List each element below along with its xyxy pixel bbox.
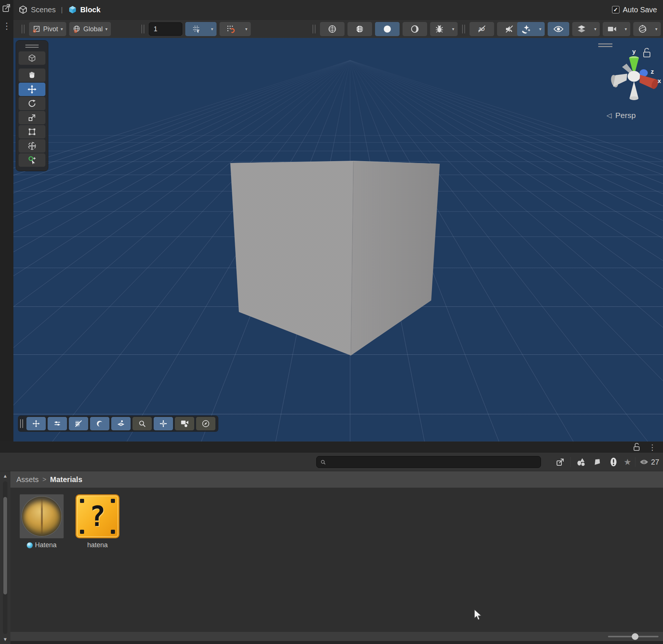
gizmo-handles-toggle[interactable] — [26, 417, 46, 430]
thumbnail-size-slider[interactable] — [608, 636, 659, 637]
pivot-dropdown-arrow-icon[interactable]: ▾ — [61, 26, 63, 32]
asset-item-hatena-texture[interactable]: ? hatena — [75, 494, 120, 549]
move-tool-button[interactable] — [19, 83, 45, 96]
texture-preview-thumbnail[interactable]: ? — [76, 494, 119, 538]
snap-group-drag-handle[interactable] — [141, 25, 144, 34]
transform-tool-button[interactable] — [19, 139, 45, 153]
scene-visibility-button[interactable] — [548, 22, 569, 36]
gizmos-menu-button[interactable]: ▾ — [633, 22, 661, 36]
filter-by-label-icon[interactable] — [591, 456, 603, 468]
tab-separator: | — [61, 6, 63, 14]
tab-scenes[interactable]: Scenes — [19, 5, 56, 14]
scene-viewport[interactable]: y — [13, 38, 663, 441]
grid-snapping-button[interactable]: Y ▾ — [185, 22, 217, 36]
breadcrumb-materials[interactable]: Materials — [50, 475, 83, 484]
project-search-field[interactable] — [316, 456, 541, 468]
orientation-gizmo[interactable]: y — [574, 38, 663, 125]
layers-icon[interactable] — [572, 22, 591, 36]
filter-by-type-icon[interactable] — [574, 456, 587, 468]
increment-snap-dropdown-arrow-icon[interactable]: ▾ — [242, 22, 251, 36]
toggle-2d-button[interactable]: 2D — [470, 22, 494, 36]
snap-increment-field[interactable]: 1 — [149, 22, 182, 36]
snap-magnet-icon[interactable] — [220, 22, 242, 36]
panel-lock-icon[interactable] — [633, 443, 640, 451]
rotate-tool-button[interactable] — [19, 97, 45, 110]
open-in-new-window-icon[interactable] — [554, 456, 567, 468]
hidden-object-count[interactable]: 27 — [639, 458, 659, 466]
pop-out-window-icon[interactable] — [2, 2, 12, 13]
camera-dropdown-arrow-icon[interactable]: ▾ — [621, 22, 630, 36]
material-type-icon — [27, 542, 33, 548]
scroll-up-icon[interactable]: ▲ — [3, 474, 8, 478]
scene-effects-toggle[interactable] — [111, 417, 131, 430]
scene-view-settings-toggle[interactable] — [48, 417, 67, 430]
toolbar-divider — [570, 457, 571, 467]
scroll-down-icon[interactable]: ▼ — [3, 637, 8, 642]
auto-save-toggle[interactable]: ✓ Auto Save — [612, 6, 657, 14]
debug-draw-mode-button[interactable]: ▾ — [430, 22, 458, 36]
important-filter-icon[interactable] — [607, 456, 620, 468]
layers-dropdown-arrow-icon[interactable]: ▾ — [591, 22, 600, 36]
rect-tool-button[interactable] — [19, 125, 45, 138]
axis-negx-cone[interactable] — [610, 74, 627, 88]
panel-divider-bar[interactable]: ⋮ — [0, 441, 663, 453]
shading-wireframe-button[interactable] — [320, 22, 345, 36]
auto-save-checkbox[interactable]: ✓ — [612, 6, 619, 13]
grid-y-axis-icon[interactable]: Y — [185, 22, 208, 36]
window-left-rail: ⋮ — [0, 0, 13, 441]
toolbar-drag-handle[interactable] — [22, 25, 25, 34]
scrollbar-thumb[interactable] — [3, 497, 7, 594]
vertical-scrollbar[interactable] — [3, 481, 7, 634]
layers-button[interactable]: ▾ — [572, 22, 600, 36]
asset-item-hatena-material[interactable]: Hatena — [19, 494, 64, 549]
rail-kebab-menu-icon[interactable]: ⋮ — [2, 22, 11, 31]
bug-icon[interactable] — [430, 22, 449, 36]
shading-unlit-button[interactable] — [403, 22, 427, 36]
pivot-icon — [32, 25, 41, 33]
scene-cube[interactable] — [13, 38, 663, 441]
tools-overlay-handle[interactable] — [25, 45, 39, 48]
scene-lighting-toggle[interactable] — [90, 417, 109, 430]
shading-shaded-wireframe-button[interactable] — [347, 22, 372, 36]
axis-x-cone[interactable] — [640, 75, 659, 90]
pan-tool-button[interactable] — [19, 68, 45, 82]
assets-grid[interactable]: Hatena ? hatena — [10, 488, 663, 631]
scale-tool-button[interactable] — [19, 111, 45, 124]
cameras-overlay-toggle[interactable] — [175, 417, 194, 430]
scene-search-toggle[interactable] — [132, 417, 152, 430]
effects-sparkle-icon[interactable] — [517, 22, 536, 36]
gizmos-sphere-icon[interactable] — [633, 22, 652, 36]
pivot-mode-dropdown[interactable]: Pivot ▾ — [29, 22, 66, 36]
favorites-star-icon[interactable]: ★ — [624, 457, 631, 467]
grid-snap-dropdown-arrow-icon[interactable]: ▾ — [208, 22, 217, 36]
gizmo-center-handle[interactable] — [628, 71, 640, 82]
debug-dropdown-arrow-icon[interactable]: ▾ — [449, 22, 458, 36]
compass-overlay-toggle[interactable] — [196, 417, 215, 430]
gizmos-visibility-toggle[interactable] — [154, 417, 173, 430]
grid-visibility-toggle[interactable] — [69, 417, 88, 430]
increment-snap-button[interactable]: ▾ — [220, 22, 251, 36]
handle-orientation-dropdown[interactable]: Global ▾ — [69, 22, 111, 36]
view-options-handle[interactable] — [20, 419, 23, 428]
effects-toggle-button[interactable]: ▾ — [517, 22, 545, 36]
breadcrumb-assets[interactable]: Assets — [16, 475, 39, 484]
shading-group-drag-handle[interactable] — [313, 25, 316, 34]
tab-block[interactable]: Block — [68, 5, 100, 14]
project-panel: ▲ ▼ Assets > Materials Hatena — [0, 471, 663, 644]
gizmo-lock-icon[interactable] — [644, 48, 650, 57]
search-input[interactable] — [329, 459, 537, 465]
material-preview-thumbnail[interactable] — [20, 494, 64, 538]
gizmos-dropdown-arrow-icon[interactable]: ▾ — [652, 22, 661, 36]
custom-tools-button[interactable] — [19, 153, 45, 167]
shading-shaded-button[interactable] — [375, 22, 400, 36]
camera-settings-button[interactable]: ▾ — [603, 22, 630, 36]
global-dropdown-arrow-icon[interactable]: ▾ — [105, 26, 108, 32]
effects-dropdown-arrow-icon[interactable]: ▾ — [536, 22, 545, 36]
block-rivet — [80, 530, 84, 534]
projection-toggle[interactable]: ◁ Persp — [606, 111, 636, 120]
axis-negy-cone[interactable] — [630, 81, 638, 100]
camera-icon[interactable] — [603, 22, 621, 36]
view-tool-button[interactable] — [19, 51, 45, 65]
slider-knob[interactable] — [632, 633, 638, 640]
panel-kebab-menu-icon[interactable]: ⋮ — [648, 443, 656, 451]
